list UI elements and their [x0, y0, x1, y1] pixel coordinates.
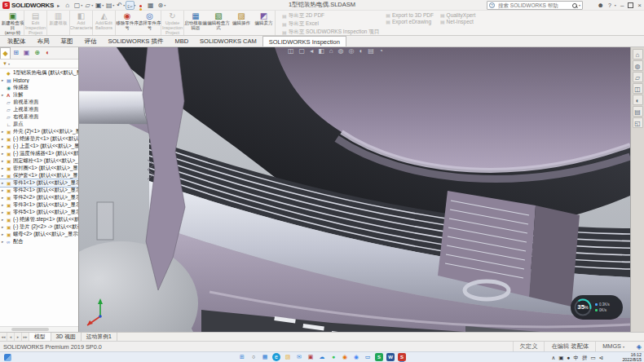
- ribbon-button[interactable]: ◎选择零件序号: [139, 11, 161, 35]
- quick-access-button[interactable]: ▤: [104, 1, 113, 10]
- export-menu-item[interactable]: ▤Export to 3D PDF: [386, 12, 434, 18]
- feature-tree-item[interactable]: ▸(-) 绝缘管.step<1> (默认<<默认>: [0, 216, 78, 223]
- panel-tab[interactable]: ⊕: [32, 47, 42, 59]
- tree-horizontal-scrollbar[interactable]: [0, 326, 78, 332]
- document-tab[interactable]: 运动算例1: [82, 333, 117, 341]
- scrollbar-thumb[interactable]: [11, 328, 49, 331]
- ribbon-button[interactable]: ◭Add/Edit Balloons: [93, 11, 116, 35]
- ribbon-tab[interactable]: 布局: [32, 36, 55, 46]
- ribbon-button[interactable]: ▧编辑检查方式: [207, 11, 230, 35]
- model-3d-view[interactable]: [79, 47, 630, 332]
- panel-tab[interactable]: ▣: [21, 47, 32, 59]
- taskbar-app-icon[interactable]: ⊞: [238, 353, 246, 361]
- quick-access-button[interactable]: ▦: [146, 1, 155, 10]
- ribbon-tab[interactable]: SOLIDWORKS Inspection: [262, 36, 346, 46]
- taskbar-app-icon[interactable]: S: [375, 353, 383, 361]
- taskbar-app-icon[interactable]: ▨: [284, 353, 292, 361]
- tray-icon[interactable]: 中: [573, 353, 579, 362]
- export-menu-item[interactable]: ▤QualityXpert: [440, 12, 475, 18]
- tab-nav-arrow-icon[interactable]: ▸: [15, 333, 22, 341]
- quick-access-button[interactable]: ▻: [126, 1, 135, 10]
- task-pane-icon[interactable]: ◫: [633, 83, 643, 94]
- minimize-button[interactable]: –: [620, 2, 624, 9]
- apply-scene-icon[interactable]: ▤: [368, 47, 374, 56]
- ribbon-button[interactable]: ◉移除零件序号: [116, 11, 139, 35]
- taskbar-app-icon[interactable]: ▦: [261, 353, 269, 361]
- feature-tree-item[interactable]: ▸(-) 上盖<1> (默认<<默认>_显示状: [0, 143, 78, 150]
- task-pane-icon[interactable]: ◱: [633, 117, 643, 128]
- taskbar-app-icon[interactable]: e: [272, 353, 280, 361]
- previous-view-icon[interactable]: ◂: [310, 47, 313, 56]
- feature-tree-root[interactable]: ▸ 1型铠装热电偶 (默认<默认_显示状态-1: [0, 69, 78, 77]
- feature-tree-item[interactable]: ▸密封圈<1> (默认<<默认>_显示状: [0, 165, 78, 172]
- ribbon-tab[interactable]: 评估: [79, 36, 103, 46]
- panel-tab[interactable]: ⊞: [11, 47, 21, 59]
- help-dropdown-icon[interactable]: ▾: [615, 3, 616, 7]
- tray-icon[interactable]: 拼: [582, 353, 588, 362]
- feature-tree-item[interactable]: ▸零件3<1> (默认<<默认>_显示状态: [0, 201, 78, 209]
- tab-nav-arrow-icon[interactable]: ◂◂: [0, 333, 7, 341]
- ribbon-button[interactable]: ◩编辑卖方: [253, 11, 276, 35]
- feature-tree-item[interactable]: ▸零件1<1> (默认<<默认>_显示状态: [0, 179, 78, 187]
- zoom-fit-icon[interactable]: ◫: [288, 47, 294, 56]
- feature-tree-item[interactable]: ▸注解: [0, 91, 78, 99]
- tray-icon[interactable]: ●: [567, 353, 570, 362]
- search-input[interactable]: [496, 2, 570, 9]
- ribbon-button[interactable]: ▦启动模板编辑器: [184, 11, 207, 35]
- panel-tab[interactable]: ◆: [0, 47, 11, 59]
- quick-access-button[interactable]: ↶: [115, 1, 124, 10]
- filter-icon[interactable]: ▼: [2, 61, 7, 66]
- section-view-icon[interactable]: ◧: [318, 47, 324, 56]
- feature-tree-item[interactable]: ▸上视基准面: [0, 106, 78, 113]
- filter-dropdown-icon[interactable]: ▾: [8, 62, 10, 66]
- ribbon-tab[interactable]: MBD: [169, 36, 194, 46]
- tray-icon[interactable]: ∧: [552, 353, 556, 362]
- export-menu-item[interactable]: ▤Net-Inspect: [440, 19, 475, 24]
- tab-nav-arrow-icon[interactable]: ◂: [7, 333, 15, 341]
- taskbar-app-icon[interactable]: ▣: [307, 353, 315, 361]
- view-settings-icon[interactable]: ◔: [379, 47, 383, 56]
- feature-tree-item[interactable]: ▸零件5<1> (默认<<默认>_显示状态: [0, 209, 78, 216]
- taskbar-app-icon[interactable]: W: [386, 353, 395, 361]
- quick-access-button[interactable]: ▢: [73, 1, 82, 10]
- feature-tree-item[interactable]: ▸固定螺栓<1> (默认<<默认>_显示: [0, 157, 78, 165]
- feature-tree-item[interactable]: ▸外壳 (2)<1> (默认<<默认>_显示状: [0, 128, 78, 135]
- menu-flyout-arrow-icon[interactable]: ▸: [57, 2, 60, 8]
- ribbon-button[interactable]: ▥新建模板: [47, 11, 70, 35]
- quick-access-button[interactable]: ▱: [83, 1, 92, 10]
- export-menu-item[interactable]: ▤导出至 Excel: [282, 20, 379, 28]
- performance-overlay[interactable]: 35% 0.3K/s 0K/s: [571, 295, 623, 320]
- feature-tree-item[interactable]: ▸History: [0, 77, 78, 84]
- ribbon-button[interactable]: ◧Add Characteristic: [70, 11, 93, 35]
- export-menu-item[interactable]: ▤导出至 SOLIDWORKS Inspection 项目: [282, 29, 379, 36]
- task-pane-icon[interactable]: ▱: [633, 72, 643, 82]
- help-search-box[interactable]: ? ▾: [487, 1, 583, 10]
- status-tag-icon[interactable]: ◈: [637, 342, 642, 352]
- taskbar-app-icon[interactable]: ✉: [295, 353, 303, 361]
- ribbon-tab[interactable]: SOLIDWORKS CAM: [194, 36, 262, 46]
- feature-tree-item[interactable]: ▸螺母<2> (默认<<默认>_显示状态: [0, 231, 78, 238]
- tray-icon[interactable]: ▣: [558, 353, 563, 362]
- document-tab[interactable]: 模型: [29, 333, 51, 341]
- ribbon-button[interactable]: ▤Edit Inspection Project: [24, 11, 47, 35]
- document-tab[interactable]: 3D 视图: [51, 333, 82, 341]
- ribbon-button[interactable]: ▨编辑操作: [230, 11, 253, 35]
- feature-tree-item[interactable]: ▸(-) 垫片 (2)<2> -> (默认<<默认: [0, 223, 78, 231]
- close-button[interactable]: ×: [637, 2, 642, 9]
- tab-nav-arrow-icon[interactable]: ▸▸: [22, 333, 29, 341]
- feature-tree-item[interactable]: ▸零件2<2> (默认<<默认>_显示状态: [0, 194, 78, 201]
- ribbon-tab[interactable]: 装配体: [2, 36, 32, 46]
- display-style-icon[interactable]: ◍: [338, 47, 344, 56]
- ribbon-button[interactable]: ↻Update Inspection Project: [161, 11, 184, 35]
- taskbar-app-icon[interactable]: ◉: [341, 353, 349, 361]
- login-icon[interactable]: ☻: [598, 2, 604, 9]
- tray-icon[interactable]: ⊲: [599, 353, 603, 362]
- export-menu-item[interactable]: ▤Export eDrawing: [386, 19, 434, 24]
- search-icon[interactable]: [571, 2, 578, 9]
- taskbar-app-icon[interactable]: ●: [329, 353, 337, 361]
- taskbar-app-icon[interactable]: ◉: [352, 353, 360, 361]
- units-dropdown-icon[interactable]: ▾: [623, 345, 624, 349]
- quick-access-button[interactable]: ▣: [94, 1, 103, 10]
- graphics-viewport[interactable]: ◫▢◂◧⌂◍◎◐▤◔ 35% 0.3K/s 0K/s: [79, 47, 630, 332]
- panel-tab[interactable]: ◐: [42, 47, 53, 59]
